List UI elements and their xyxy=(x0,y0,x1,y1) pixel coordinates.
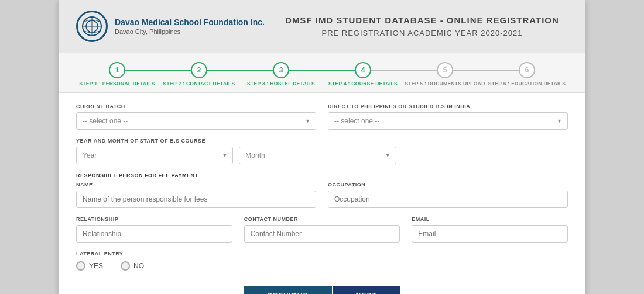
form-body: CURRENT BATCH -- select one -- DIRECT TO… xyxy=(59,93,585,294)
yes-label: YES xyxy=(89,262,103,270)
lateral-entry-label: LATERAL ENTRY xyxy=(76,251,568,257)
main-title: DMSF IMD STUDENT DATABASE - ONLINE REGIS… xyxy=(276,15,568,25)
occupation-input[interactable] xyxy=(328,191,568,208)
contact-input[interactable] xyxy=(244,225,400,243)
group-direct-philippines: DIRECT TO PHILIPPINES OR STUDIED B.S IN … xyxy=(328,103,568,130)
header: Davao Medical School Foundation Inc. Dav… xyxy=(59,0,585,53)
current-batch-label: CURRENT BATCH xyxy=(76,103,316,109)
direct-philippines-label: DIRECT TO PHILIPPINES OR STUDIED B.S IN … xyxy=(328,103,568,109)
row-rel-contact-email: RELATIONSHIP CONTACT NUMBER EMAIL xyxy=(76,216,568,243)
step-label-1: STEP 1 : PERSONAL DETAILS xyxy=(79,81,155,87)
step-circle-6: 6 xyxy=(519,62,535,78)
row-batch-direct: CURRENT BATCH -- select one -- DIRECT TO… xyxy=(76,103,568,130)
month-select[interactable]: Month xyxy=(239,147,396,164)
direct-philippines-wrapper: -- select one -- xyxy=(328,112,568,130)
logo-title: Davao Medical School Foundation Inc. xyxy=(115,17,265,27)
email-label: EMAIL xyxy=(412,216,568,222)
year-select[interactable]: Year xyxy=(76,147,233,164)
radio-yes-circle xyxy=(76,261,85,271)
contact-label: CONTACT NUMBER xyxy=(244,216,400,222)
row-name-occupation: NAME OCCUPATION xyxy=(76,182,568,208)
responsible-heading: RESPONSIBLE PERSON FOR FEE PAYMENT xyxy=(76,172,568,178)
relationship-input[interactable] xyxy=(76,225,232,243)
current-batch-select[interactable]: -- select one -- xyxy=(76,112,316,130)
group-relationship: RELATIONSHIP xyxy=(76,216,232,243)
step-3: 3 STEP 3 : HOSTEL DETAILS xyxy=(240,62,322,87)
steps-track: 1 STEP 1 : PERSONAL DETAILS 2 STEP 2 : C… xyxy=(76,62,568,87)
email-input[interactable] xyxy=(412,225,568,243)
step-label-4: STEP 4 : COURSE DETAILS xyxy=(328,81,398,87)
group-current-batch: CURRENT BATCH -- select one -- xyxy=(76,103,316,130)
logo-text: Davao Medical School Foundation Inc. Dav… xyxy=(115,17,265,36)
lateral-entry-section: LATERAL ENTRY YES NO xyxy=(76,251,568,271)
relationship-label: RELATIONSHIP xyxy=(76,216,232,222)
group-email: EMAIL xyxy=(412,216,568,243)
group-name: NAME xyxy=(76,182,316,208)
radio-yes[interactable]: YES xyxy=(76,261,103,271)
radio-no[interactable]: NO xyxy=(121,261,144,271)
buttons-row: PREVIOUS NEXT xyxy=(76,280,568,294)
step-label-6: STEP 6 : EDUCATION DETAILS xyxy=(488,81,566,87)
step-2: 2 STEP 2 : CONTACT DETAILS xyxy=(158,62,240,87)
month-select-wrapper: Month xyxy=(239,147,396,164)
group-year-month: YEAR AND MONTH OF START OF B.S COURSE Ye… xyxy=(76,138,396,164)
step-circle-1: 1 xyxy=(109,62,125,78)
step-5: 5 STEP 5 : DOCUMENTS UPLOAD xyxy=(404,62,486,87)
header-center: DMSF IMD STUDENT DATABASE - ONLINE REGIS… xyxy=(276,15,568,37)
occupation-label: OCCUPATION xyxy=(328,182,568,188)
current-batch-wrapper: -- select one -- xyxy=(76,112,316,130)
no-label: NO xyxy=(133,262,144,270)
logo-subtitle: Davao City, Philippines xyxy=(115,27,265,36)
step-circle-2: 2 xyxy=(191,62,207,78)
lateral-radio-group: YES NO xyxy=(76,261,568,271)
next-button[interactable]: NEXT xyxy=(333,286,400,294)
direct-philippines-select[interactable]: -- select one -- xyxy=(328,112,568,130)
step-label-3: STEP 3 : HOSTEL DETAILS xyxy=(247,81,315,87)
responsible-person-section: RESPONSIBLE PERSON FOR FEE PAYMENT xyxy=(76,172,568,178)
group-contact: CONTACT NUMBER xyxy=(244,216,400,243)
name-label: NAME xyxy=(76,182,316,188)
previous-button[interactable]: PREVIOUS xyxy=(244,286,331,294)
step-1: 1 STEP 1 : PERSONAL DETAILS xyxy=(76,62,158,87)
step-label-2: STEP 2 : CONTACT DETAILS xyxy=(163,81,235,87)
sub-title: PRE REGISTRATION ACADEMIC YEAR 2020-2021 xyxy=(276,29,568,37)
steps-bar: 1 STEP 1 : PERSONAL DETAILS 2 STEP 2 : C… xyxy=(59,53,585,93)
step-circle-3: 3 xyxy=(273,62,289,78)
step-6: 6 STEP 6 : EDUCATION DETAILS xyxy=(486,62,568,87)
logo-area: Davao Medical School Foundation Inc. Dav… xyxy=(76,11,265,42)
year-select-wrapper: Year xyxy=(76,147,233,164)
logo-icon xyxy=(76,11,108,42)
name-input[interactable] xyxy=(76,191,316,208)
group-occupation: OCCUPATION xyxy=(328,182,568,208)
step-label-5: STEP 5 : DOCUMENTS UPLOAD xyxy=(405,81,485,87)
row-year-month: YEAR AND MONTH OF START OF B.S COURSE Ye… xyxy=(76,138,568,164)
step-4: 4 STEP 4 : COURSE DETAILS xyxy=(322,62,404,87)
step-circle-4: 4 xyxy=(355,62,371,78)
year-month-label: YEAR AND MONTH OF START OF B.S COURSE xyxy=(76,138,396,144)
radio-no-circle xyxy=(121,261,130,271)
step-circle-5: 5 xyxy=(437,62,453,78)
